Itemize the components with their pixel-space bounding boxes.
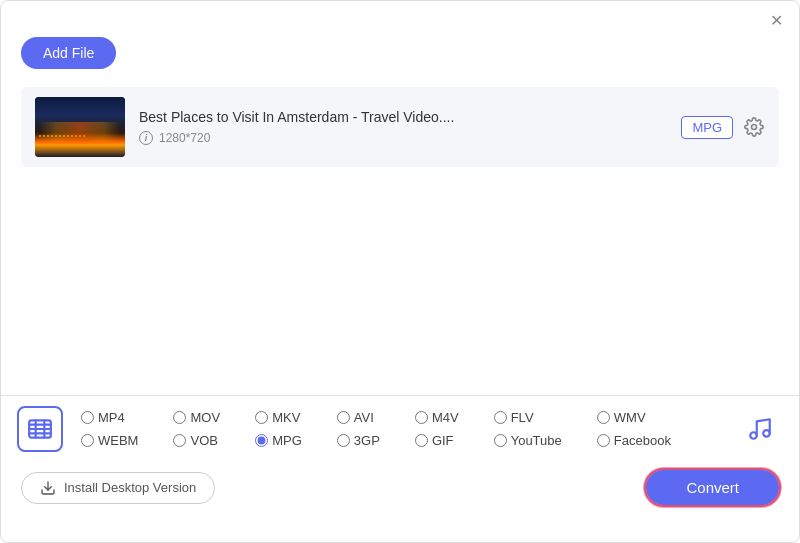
format-radio-3gp[interactable] (337, 434, 350, 447)
format-radio-webm[interactable] (81, 434, 94, 447)
format-option-flv[interactable]: FLV (486, 408, 589, 427)
format-label-mp4: MP4 (98, 410, 125, 425)
light-dot (79, 135, 81, 137)
format-option-mov[interactable]: MOV (165, 408, 247, 427)
format-option-vob[interactable]: VOB (165, 431, 247, 450)
format-option-wmv[interactable]: WMV (589, 408, 698, 427)
light-dot (43, 135, 45, 137)
file-info: Best Places to Visit In Amsterdam - Trav… (139, 109, 667, 145)
convert-button[interactable]: Convert (646, 470, 779, 505)
format-label-webm: WEBM (98, 433, 138, 448)
svg-point-0 (752, 125, 757, 130)
light-dot (59, 135, 61, 137)
format-radio-mkv[interactable] (255, 411, 268, 424)
format-radio-facebook[interactable] (597, 434, 610, 447)
settings-icon[interactable] (743, 116, 765, 138)
light-dot (55, 135, 57, 137)
file-item: Best Places to Visit In Amsterdam - Trav… (21, 87, 779, 167)
format-radio-m4v[interactable] (415, 411, 428, 424)
format-label-youtube: YouTube (511, 433, 562, 448)
svg-point-8 (763, 430, 770, 437)
info-icon: i (139, 131, 153, 145)
format-option-mkv[interactable]: MKV (247, 408, 329, 427)
format-option-gif[interactable]: GIF (407, 431, 486, 450)
top-area: Add File (1, 33, 799, 79)
format-label-3gp: 3GP (354, 433, 380, 448)
light-dot (67, 135, 69, 137)
format-label-mkv: MKV (272, 410, 300, 425)
light-dot (47, 135, 49, 137)
title-bar: ✕ (1, 1, 799, 33)
file-meta: i 1280*720 (139, 131, 667, 145)
format-radio-mpg[interactable] (255, 434, 268, 447)
format-option-avi[interactable]: AVI (329, 408, 407, 427)
file-resolution: 1280*720 (159, 131, 210, 145)
footer: Install Desktop Version Convert (1, 462, 799, 517)
format-option-mp4[interactable]: MP4 (73, 408, 165, 427)
add-file-button[interactable]: Add File (21, 37, 116, 69)
format-label-mpg: MPG (272, 433, 302, 448)
format-option-webm[interactable]: WEBM (73, 431, 165, 450)
format-radio-avi[interactable] (337, 411, 350, 424)
format-option-mpg[interactable]: MPG (247, 431, 329, 450)
light-dot (71, 135, 73, 137)
empty-space (1, 175, 799, 395)
video-format-icon-button[interactable] (17, 406, 63, 452)
format-label-m4v: M4V (432, 410, 459, 425)
format-option-youtube[interactable]: YouTube (486, 431, 589, 450)
thumb-lights (35, 135, 125, 137)
light-dot (63, 135, 65, 137)
format-radio-flv[interactable] (494, 411, 507, 424)
install-label: Install Desktop Version (64, 480, 196, 495)
format-option-3gp[interactable]: 3GP (329, 431, 407, 450)
format-badge-button[interactable]: MPG (681, 116, 733, 139)
format-radio-wmv[interactable] (597, 411, 610, 424)
thumbnail-inner (35, 97, 125, 157)
audio-format-icon-button[interactable] (737, 406, 783, 452)
light-dot (39, 135, 41, 137)
format-radio-mov[interactable] (173, 411, 186, 424)
format-radio-vob[interactable] (173, 434, 186, 447)
light-dot (83, 135, 85, 137)
format-bar: MP4 MOV MKV AVI M4V FLV WMV W (1, 395, 799, 462)
format-label-wmv: WMV (614, 410, 646, 425)
format-radio-youtube[interactable] (494, 434, 507, 447)
format-label-mov: MOV (190, 410, 220, 425)
download-icon (40, 480, 56, 496)
format-option-m4v[interactable]: M4V (407, 408, 486, 427)
format-options-grid: MP4 MOV MKV AVI M4V FLV WMV W (73, 408, 727, 450)
install-desktop-button[interactable]: Install Desktop Version (21, 472, 215, 504)
format-label-facebook: Facebook (614, 433, 671, 448)
format-label-gif: GIF (432, 433, 454, 448)
format-label-flv: FLV (511, 410, 534, 425)
format-label-vob: VOB (190, 433, 217, 448)
file-actions: MPG (681, 116, 765, 139)
file-thumbnail (35, 97, 125, 157)
light-dot (51, 135, 53, 137)
format-radio-mp4[interactable] (81, 411, 94, 424)
close-button[interactable]: ✕ (767, 11, 785, 29)
format-option-facebook[interactable]: Facebook (589, 431, 698, 450)
svg-point-7 (750, 432, 757, 439)
format-radio-gif[interactable] (415, 434, 428, 447)
file-name: Best Places to Visit In Amsterdam - Trav… (139, 109, 667, 125)
light-dot (75, 135, 77, 137)
format-label-avi: AVI (354, 410, 374, 425)
file-list: Best Places to Visit In Amsterdam - Trav… (1, 79, 799, 175)
